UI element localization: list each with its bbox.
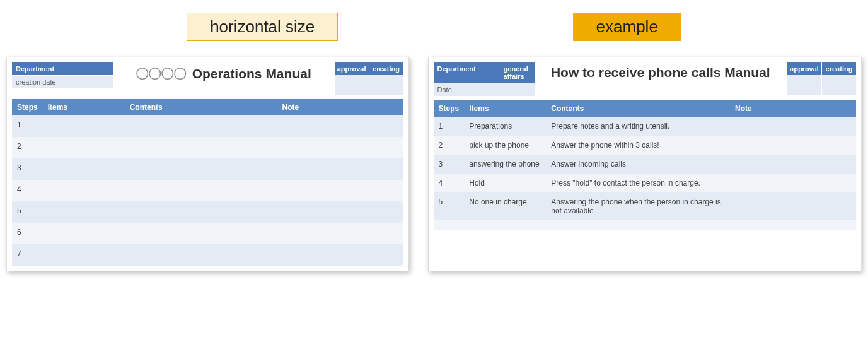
example-title-area: How to receive phone calls Manual (535, 62, 787, 83)
cell-note (277, 158, 403, 180)
cell-note (277, 115, 403, 137)
example-tbody: 1PreparationsPrepare notes and a writing… (434, 117, 856, 230)
example-approval-cell-1 (787, 75, 821, 95)
template-title: Operations Manual (192, 66, 311, 81)
example-approval-box: approval creating (787, 62, 856, 95)
table-row: 1PreparationsPrepare notes and a writing… (434, 117, 856, 136)
cell-step: 5 (12, 201, 43, 223)
label-horizontal-size: horizontal size (187, 13, 338, 41)
example-col-contents: Contents (546, 100, 730, 117)
cell-step: 4 (434, 174, 465, 192)
cell-contents: Answering the phone when the person in c… (546, 192, 730, 220)
cell-items: pick up the phone (464, 136, 546, 155)
example-approval-cell-2 (821, 75, 856, 95)
cell-contents (125, 180, 277, 201)
cell-contents: Press "hold" to contact the person in ch… (546, 174, 730, 192)
cell-step: 2 (12, 137, 43, 158)
example-title: How to receive phone calls Manual (551, 65, 770, 80)
cell-note (730, 174, 856, 192)
template-approval-cell-2 (369, 75, 403, 95)
cell-contents: Prepare notes and a writing utensil. (546, 117, 730, 136)
cell-step: 5 (434, 192, 465, 220)
cell-step: 6 (12, 223, 43, 244)
cell-contents (125, 115, 277, 137)
template-col-steps: Steps (12, 99, 43, 115)
example-department-label: Department (434, 62, 500, 83)
cell-step: 1 (434, 117, 465, 136)
template-tbody: 1234567 (12, 115, 403, 266)
table-row: 7 (12, 244, 403, 266)
table-row: 2pick up the phoneAnswer the phone withi… (434, 136, 856, 155)
table-row (434, 220, 856, 230)
example-approval-head-2: creating (821, 62, 856, 75)
cell-note (277, 137, 403, 158)
template-table: Steps Items Contents Note 1234567 (12, 99, 403, 266)
table-row: 2 (12, 137, 403, 158)
template-col-items: Items (43, 99, 125, 115)
example-header: Department general affairs Date How to r… (434, 62, 856, 97)
cell-contents (125, 223, 277, 244)
cards-container: Department creation date 〇〇〇〇 Operations… (6, 57, 862, 271)
cell-items (43, 223, 125, 244)
template-col-note: Note (277, 99, 403, 115)
template-title-prefix: 〇〇〇〇 (136, 66, 186, 81)
cell-note (277, 244, 403, 266)
template-title-area: 〇〇〇〇 Operations Manual (113, 62, 334, 85)
template-approval-head-1: approval (334, 62, 369, 75)
cell-note (730, 192, 856, 220)
table-row: 4HoldPress "hold" to contact the person … (434, 174, 856, 192)
cell-step: 3 (434, 155, 465, 174)
example-date-value (500, 83, 535, 97)
cell-step: 4 (12, 180, 43, 201)
cell-contents (125, 158, 277, 180)
cell-note (277, 223, 403, 244)
example-department-value: general affairs (500, 62, 535, 83)
cell-items: Preparations (464, 117, 546, 136)
table-row: 6 (12, 223, 403, 244)
table-row: 3answering the phoneAnswer incoming call… (434, 155, 856, 174)
cell-contents (125, 201, 277, 223)
example-table: Steps Items Contents Note 1PreparationsP… (434, 100, 856, 230)
cell-note (730, 136, 856, 155)
cell-items (43, 244, 125, 266)
table-row: 5No one in chargeAnswering the phone whe… (434, 192, 856, 220)
cell-items: No one in charge (464, 192, 546, 220)
template-col-contents: Contents (125, 99, 277, 115)
cell-note (277, 201, 403, 223)
cell-items (43, 201, 125, 223)
template-department-value (78, 62, 113, 76)
example-card: Department general affairs Date How to r… (428, 57, 862, 271)
cell-items: answering the phone (464, 155, 546, 174)
table-row: 3 (12, 158, 403, 180)
cell-items (43, 158, 125, 180)
cell-contents: Answer the phone within 3 calls! (546, 136, 730, 155)
template-approval-cell-1 (334, 75, 369, 95)
cell-step: 3 (12, 158, 43, 180)
cell-step: 2 (434, 136, 465, 155)
cell-note (730, 220, 856, 230)
example-col-note: Note (730, 100, 856, 117)
cell-note (730, 155, 856, 174)
cell-items (43, 180, 125, 201)
template-department-label: Department (12, 62, 78, 76)
table-row: 1 (12, 115, 403, 137)
top-labels: horizontal size example (6, 13, 862, 41)
cell-items (464, 220, 546, 230)
label-example: example (573, 13, 681, 41)
template-header: Department creation date 〇〇〇〇 Operations… (12, 62, 403, 95)
cell-note (277, 180, 403, 201)
template-date-value (78, 76, 113, 89)
template-approval-box: approval creating (334, 62, 403, 95)
table-row: 5 (12, 201, 403, 223)
cell-contents (125, 137, 277, 158)
example-col-steps: Steps (434, 100, 465, 117)
example-meta: Department general affairs Date (434, 62, 535, 97)
cell-step: 7 (12, 244, 43, 266)
cell-note (730, 117, 856, 136)
cell-contents (125, 244, 277, 266)
cell-step (434, 220, 465, 230)
table-row: 4 (12, 180, 403, 201)
cell-items: Hold (464, 174, 546, 192)
cell-contents (546, 220, 730, 230)
template-meta: Department creation date (12, 62, 113, 89)
